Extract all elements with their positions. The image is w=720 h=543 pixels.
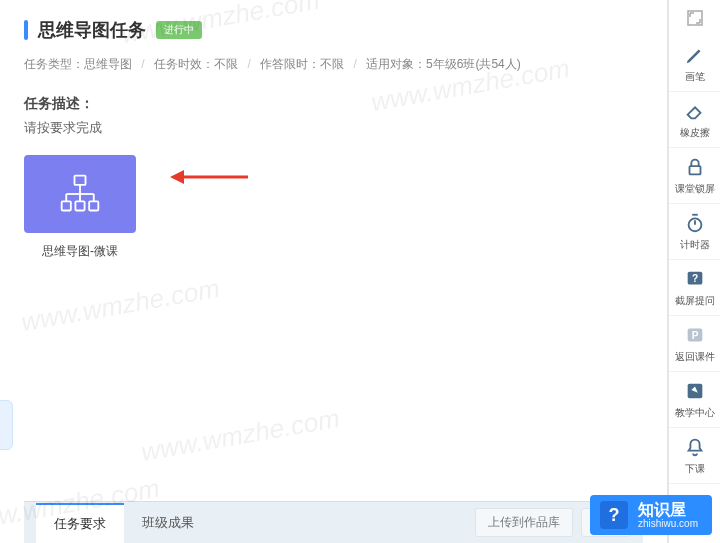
tool-dismiss-label: 下课 [685, 462, 705, 476]
task-caption: 思维导图-微课 [24, 243, 136, 260]
sidebar-tools: 画笔 橡皮擦 课堂锁屏 计时器 ? 截屏提问 P 返回课件 教学中心 下课 [668, 0, 720, 543]
tool-timer[interactable]: 计时器 [669, 204, 720, 260]
svg-rect-1 [62, 201, 71, 210]
lock-icon [684, 156, 706, 178]
svg-rect-3 [89, 201, 98, 210]
tool-screenshot[interactable]: ? 截屏提问 [669, 260, 720, 316]
eraser-icon [684, 100, 706, 122]
stopwatch-icon [684, 212, 706, 234]
task-thumb[interactable] [24, 155, 136, 233]
tab-results[interactable]: 班级成果 [124, 504, 212, 542]
tool-eraser-label: 橡皮擦 [680, 126, 710, 140]
meta-type-value: 思维导图 [84, 57, 132, 71]
svg-text:?: ? [691, 272, 697, 283]
brand-name: 知识屋 [638, 502, 698, 518]
tool-lock-label: 课堂锁屏 [675, 182, 715, 196]
tool-pen[interactable]: 画笔 [669, 36, 720, 92]
mindmap-icon [58, 172, 102, 216]
pen-icon [684, 44, 706, 66]
tool-dismiss[interactable]: 下课 [669, 428, 720, 484]
bottom-bar: 任务要求 班级成果 上传到作品库 发布 [24, 501, 643, 543]
task-meta: 任务类型：思维导图 / 任务时效：不限 / 作答限时：不限 / 适用对象：5年级… [24, 56, 643, 73]
tool-pen-label: 画笔 [685, 70, 705, 84]
meta-duration-value: 不限 [214, 57, 238, 71]
tool-screenshot-label: 截屏提问 [675, 294, 715, 308]
meta-type-label: 任务类型 [24, 57, 72, 71]
svg-rect-2 [75, 201, 84, 210]
question-board-icon: ? [684, 268, 706, 290]
main-panel: 思维导图任务 进行中 任务类型：思维导图 / 任务时效：不限 / 作答限时：不限… [0, 0, 668, 543]
title-accent [24, 20, 28, 40]
tab-requirements[interactable]: 任务要求 [36, 503, 124, 543]
svg-rect-12 [689, 166, 700, 174]
meta-answer-label: 作答限时 [260, 57, 308, 71]
brand-badge: ? 知识屋 zhishiwu.com [590, 495, 712, 535]
tool-lock[interactable]: 课堂锁屏 [669, 148, 720, 204]
svg-marker-10 [170, 170, 184, 184]
page-title: 思维导图任务 [38, 18, 146, 42]
status-badge: 进行中 [156, 21, 202, 39]
description-label: 任务描述： [24, 95, 643, 113]
slide-icon: P [684, 324, 706, 346]
tool-teach-center[interactable]: 教学中心 [669, 372, 720, 428]
svg-rect-0 [75, 176, 86, 185]
meta-answer-value: 不限 [320, 57, 344, 71]
tool-timer-label: 计时器 [680, 238, 710, 252]
brand-sub: zhishiwu.com [638, 518, 698, 529]
annotation-arrow-icon [170, 165, 250, 189]
brand-mark-icon: ? [600, 501, 628, 529]
tool-teach-label: 教学中心 [675, 406, 715, 420]
bell-icon [684, 436, 706, 458]
tool-back-label: 返回课件 [675, 350, 715, 364]
expand-icon[interactable] [669, 4, 720, 36]
upload-button[interactable]: 上传到作品库 [475, 508, 573, 537]
description-text: 请按要求完成 [24, 119, 643, 137]
svg-text:P: P [691, 329, 698, 340]
compass-icon [684, 380, 706, 402]
task-card[interactable]: 思维导图-微课 [24, 155, 136, 260]
expand-handle[interactable] [0, 400, 13, 450]
tool-back-courseware[interactable]: P 返回课件 [669, 316, 720, 372]
meta-target-value: 5年级6班(共54人) [426, 57, 521, 71]
tool-eraser[interactable]: 橡皮擦 [669, 92, 720, 148]
meta-duration-label: 任务时效 [154, 57, 202, 71]
meta-target-label: 适用对象 [366, 57, 414, 71]
